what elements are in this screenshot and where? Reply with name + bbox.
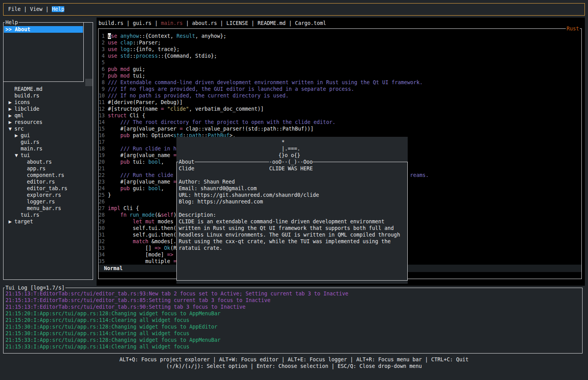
tab-readme-md[interactable]: README.md xyxy=(257,20,285,26)
line-number: 25 xyxy=(99,192,105,198)
code-line: 12#[structopt(name = "clide", verbatim_d… xyxy=(99,106,581,112)
line-number: 11 xyxy=(99,99,105,106)
tree-item-readme-md[interactable]: README.md xyxy=(5,86,92,92)
tree-item-label: libclide xyxy=(14,106,39,112)
log-entry: 21:15:33:I:App:src/tui/app.rs:128:Changi… xyxy=(5,337,581,343)
tree-item-component-rs[interactable]: component.rs xyxy=(5,172,92,179)
explorer-scrollbar-thumb[interactable] xyxy=(85,79,92,86)
tab-about-rs[interactable]: about.rs xyxy=(192,20,217,26)
log-entry: 21:15:13:T:EditorTab:src/tui/editor_tab.… xyxy=(5,297,581,304)
help-dropdown: Help >> About xyxy=(3,22,84,82)
tree-item-tui[interactable]: ▼tui xyxy=(5,152,92,159)
tab-cargo-toml[interactable]: Cargo.toml xyxy=(295,20,326,26)
tab-main-rs[interactable]: main.rs xyxy=(161,20,183,26)
log-panel: Tui Log [log=1.7/s] 21:15:13:T:EditorTab… xyxy=(3,288,583,353)
explorer-tree: README.mdbuild.rs▶icons▶libclide▶qml▶res… xyxy=(5,86,92,225)
line-number: 10 xyxy=(99,92,105,99)
log-lines: 21:15:13:T:EditorTab:src/tui/editor_tab.… xyxy=(5,290,581,350)
chevron-collapsed-icon: ▶ xyxy=(9,106,14,112)
line-number: 9 xyxy=(99,86,105,92)
tree-item-libclide[interactable]: ▶libclide xyxy=(5,106,92,112)
menu-item-file[interactable]: File xyxy=(8,6,21,12)
tree-item-label: src xyxy=(14,126,24,132)
tree-item-target[interactable]: ▶target xyxy=(5,218,92,225)
code-line: 3use log::{info, trace}; xyxy=(99,46,581,53)
menu-item-view[interactable]: View xyxy=(30,6,42,12)
language-badge: Rust xyxy=(566,25,580,32)
code-line: 15 #[arg(value_parser = clap::value_pars… xyxy=(99,125,581,132)
tree-item-gui-rs[interactable]: gui.rs xyxy=(5,139,92,145)
tree-item-label: tui.rs xyxy=(21,212,39,218)
tree-item-label: explorer.rs xyxy=(27,192,61,198)
tree-item-label: component.rs xyxy=(27,172,64,178)
code-line: 14 /// The root directory for the projec… xyxy=(99,119,581,125)
tab-separator: | xyxy=(151,20,161,26)
chevron-collapsed-icon: ▶ xyxy=(9,218,14,225)
tree-item-editor-rs[interactable]: editor.rs xyxy=(5,179,92,185)
line-number: 2 xyxy=(99,39,105,46)
log-entry: 21:15:30:I:App:src/tui/app.rs:128:Changi… xyxy=(5,323,581,330)
line-number: 28 xyxy=(99,212,105,218)
tree-item-src[interactable]: ▼src xyxy=(5,125,92,132)
code-line: 1use anyhow::{Context, Result, anyhow}; xyxy=(99,33,581,39)
tree-item-menu-bar-rs[interactable]: menu_bar.rs xyxy=(5,205,92,212)
dropdown-item-about[interactable]: >> About xyxy=(4,26,83,33)
line-number: 20 xyxy=(99,159,105,165)
tree-item-label: gui.rs xyxy=(21,139,39,145)
about-popup-box: About -ooO--(_)--Ooo Clide CLIDE WAS HER… xyxy=(176,162,408,281)
tree-item-label: gui xyxy=(21,133,30,138)
tree-item-about-rs[interactable]: about.rs xyxy=(5,159,92,165)
tree-item-resources[interactable]: ▶resources xyxy=(5,119,92,125)
tree-item-qml[interactable]: ▶qml xyxy=(5,112,92,119)
tree-item-label: main.rs xyxy=(21,146,42,152)
code-line: 5 xyxy=(99,59,581,66)
menu-items: File | View | Help xyxy=(8,6,64,12)
tree-item-app-rs[interactable]: app.rs xyxy=(5,165,92,172)
tree-item-logger-rs[interactable]: logger.rs xyxy=(5,198,92,205)
tree-item-label: logger.rs xyxy=(27,199,55,205)
tab-build-rs[interactable]: build.rs xyxy=(99,20,123,26)
code-line: 10/// If no path is provided, the curren… xyxy=(99,92,581,99)
code-line: 4use std::process::{Command, Stdio}; xyxy=(99,53,581,59)
tree-item-label: qml xyxy=(14,113,24,118)
log-entry: 21:15:13:T:EditorTab:src/tui/editor_tab.… xyxy=(5,290,581,297)
chevron-collapsed-icon: ▶ xyxy=(9,99,14,106)
menu-bar: File | View | Help xyxy=(3,3,585,16)
code-line-22-tail: reams. xyxy=(410,172,429,179)
line-number: 30 xyxy=(99,225,105,232)
tab-separator: | xyxy=(123,20,133,26)
log-entry: 21:15:30:I:App:src/tui/app.rs:114:Cleari… xyxy=(5,330,581,337)
tree-item-tui-rs[interactable]: tui.rs xyxy=(5,212,92,218)
line-number: 33 xyxy=(99,245,105,251)
tree-item-editor-tab-rs[interactable]: editor_tab.rs xyxy=(5,185,92,192)
line-number: 5 xyxy=(99,59,105,66)
log-entry: 21:15:20:I:App:src/tui/app.rs:114:Cleari… xyxy=(5,317,581,323)
line-number: 13 xyxy=(99,112,105,119)
tree-item-build-rs[interactable]: build.rs xyxy=(5,92,92,99)
tab-separator: | xyxy=(217,20,226,26)
app-root: File | View | Help README.mdbuild.rs▶ico… xyxy=(0,0,588,380)
line-number: 29 xyxy=(99,218,105,225)
code-line: 7pub mod tui; xyxy=(99,72,581,79)
about-popup: * |.===. {}o o{} About -ooO--(_)--Ooo Cl… xyxy=(176,137,408,284)
tree-item-label: tui xyxy=(21,152,30,158)
tree-item-main-rs[interactable]: main.rs xyxy=(5,145,92,152)
line-number: 17 xyxy=(99,139,105,145)
code-line: 6pub mod gui; xyxy=(99,66,581,72)
line-number: 24 xyxy=(99,185,105,192)
line-number: 22 xyxy=(99,172,105,179)
line-number: 8 xyxy=(99,79,105,86)
line-number: 31 xyxy=(99,232,105,238)
line-number: 16 xyxy=(99,132,105,139)
chevron-collapsed-icon: ▶ xyxy=(9,119,14,125)
tree-item-explorer-rs[interactable]: explorer.rs xyxy=(5,192,92,198)
tree-item-gui[interactable]: ▶gui xyxy=(5,132,92,139)
tree-item-icons[interactable]: ▶icons xyxy=(5,99,92,106)
log-entry: 21:15:13:T:EditorTab:src/tui/editor_tab.… xyxy=(5,304,581,310)
line-number: 15 xyxy=(99,125,105,132)
shortcut-line-1: ALT+Q: Focus project explorer | ALT+W: F… xyxy=(0,356,588,363)
tab-license[interactable]: LICENSE xyxy=(226,20,248,26)
tab-gui-rs[interactable]: gui.rs xyxy=(133,20,151,26)
help-dropdown-title: Help xyxy=(5,19,19,26)
menu-item-help[interactable]: Help xyxy=(52,6,64,12)
